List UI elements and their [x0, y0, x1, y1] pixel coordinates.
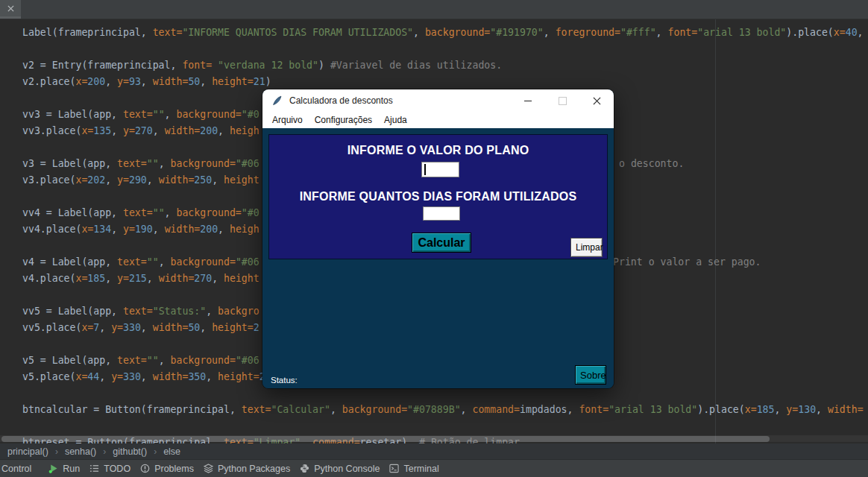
horizontal-scrollbar-thumb[interactable]: [1, 436, 770, 442]
statusbar-item-terminal[interactable]: Terminal: [389, 464, 438, 474]
breadcrumb: principal()›senha()›githubt()›else: [0, 443, 868, 460]
window-controls: [517, 89, 608, 112]
code-line: v2 = Entry(frameprincipal, font= "verdan…: [22, 59, 502, 72]
calcular-button[interactable]: Calcular: [412, 233, 471, 253]
label-dias-utilizados: INFORME QUANTOS DIAS FORAM UTILIZADOS: [269, 190, 607, 203]
breadcrumb-item-principal[interactable]: principal(): [7, 446, 48, 457]
code-line: v4.place(x=185, y=215, width=270, height: [22, 272, 260, 285]
chevron-separator: ›: [154, 446, 157, 457]
problems-icon: [140, 464, 150, 473]
code-line: vv3.place(x=135, y=270, width=200, heigh: [22, 124, 260, 137]
statusbar-item-todo[interactable]: TODO: [89, 464, 130, 474]
code-fragment: Print o valor a ser pago.: [613, 256, 761, 268]
statusbar-item-label: Terminal: [403, 464, 438, 474]
code-line: v3 = Label(app, text="", background="#06: [22, 157, 260, 170]
menu-item-ajuda[interactable]: Ajuda: [378, 115, 413, 125]
tab-close-icon[interactable]: [0, 0, 21, 16]
tk-window: Calculadora de descontos ArquivoConfigur…: [262, 89, 614, 388]
statusbar-item-run[interactable]: Run: [48, 464, 80, 474]
statusbar-item-label: TODO: [104, 464, 130, 474]
breadcrumb-item-githubt[interactable]: githubt(): [113, 446, 147, 457]
code-line: vv4 = Label(app, text="", background="#0: [22, 206, 260, 219]
close-icon: [593, 97, 601, 105]
ide-status-bar: ControlRunTODOProblemsPython PackagesPyt…: [0, 460, 868, 477]
minimize-icon: [524, 101, 532, 101]
dias-entry[interactable]: [423, 206, 460, 221]
chevron-separator: ›: [55, 446, 58, 457]
statusbar-item-python-console[interactable]: Python Console: [300, 464, 380, 474]
window-client-area: INFORME O VALOR DO PLANO INFORME QUANTOS…: [262, 128, 614, 388]
text-cursor: [424, 164, 426, 175]
todo-icon: [89, 464, 99, 473]
tk-feather-icon: [271, 95, 283, 107]
minimize-button[interactable]: [517, 89, 539, 112]
limpar-button[interactable]: Limpar: [570, 238, 603, 257]
statusbar-item-python-packages[interactable]: Python Packages: [204, 464, 290, 474]
code-line: vv5.place(x=7, y=330, width=50, height=2: [22, 321, 260, 334]
code-line: v3.place(x=202, y=290, width=250, height: [22, 174, 260, 186]
statusbar-item-label: Run: [63, 464, 80, 474]
run-icon: [48, 464, 58, 473]
statusbar-item-label: Python Console: [314, 464, 380, 474]
statusbar-item-label: Control: [1, 464, 31, 474]
statusbar-item-label: Python Packages: [218, 464, 290, 474]
window-titlebar[interactable]: Calculadora de descontos: [262, 89, 614, 112]
maximize-button[interactable]: [551, 89, 573, 112]
statusbar-item-problems[interactable]: Problems: [140, 464, 194, 474]
packages-icon: [204, 464, 213, 473]
terminal-icon: [389, 464, 399, 473]
statusbar-item-label: Problems: [154, 464, 194, 474]
editor-tab-bar: [0, 0, 868, 19]
label-valor-plano: INFORME O VALOR DO PLANO: [269, 144, 607, 157]
code-line: vv5 = Label(app, text="Status:", backgro: [22, 305, 260, 318]
code-line: v5 = Label(app, text="", background="#06: [22, 354, 260, 367]
breadcrumb-item-else[interactable]: else: [163, 446, 180, 457]
code-line: v4 = Label(app, text="", background="#06: [22, 256, 260, 268]
code-line: vv4.place(x=134, y=190, width=200, heigh: [22, 223, 260, 236]
maximize-icon: [559, 97, 567, 105]
code-line: Label(frameprincipal, text="INFORME QUAN…: [22, 26, 864, 39]
valor-entry[interactable]: [421, 162, 459, 177]
code-line: v5.place(x=44, y=330, width=350, height=…: [22, 370, 265, 383]
code-line: v2.place(x=200, y=93, width=50, height=2…: [22, 75, 271, 88]
status-label: Status:: [271, 376, 298, 385]
window-title: Calculadora de descontos: [289, 95, 393, 106]
code-fragment: o desconto.: [619, 157, 684, 170]
active-tab-underline: [0, 16, 21, 19]
menu-item-configuraes[interactable]: Configurações: [309, 115, 378, 125]
sobre-button[interactable]: Sobre: [575, 365, 606, 385]
menu-bar: ArquivoConfiguraçõesAjuda: [262, 112, 614, 128]
menu-item-arquivo[interactable]: Arquivo: [266, 115, 309, 125]
chevron-separator: ›: [103, 446, 106, 457]
frame-principal: INFORME O VALOR DO PLANO INFORME QUANTOS…: [268, 134, 608, 259]
close-button[interactable]: [585, 89, 608, 112]
code-line: vv3 = Label(app, text="", background="#0: [22, 108, 260, 121]
statusbar-item-control[interactable]: Control: [1, 464, 31, 474]
breadcrumb-item-senha[interactable]: senha(): [65, 446, 96, 457]
python-console-icon: [300, 464, 309, 473]
code-line: btncalcular = Button(frameprincipal, tex…: [22, 403, 864, 416]
